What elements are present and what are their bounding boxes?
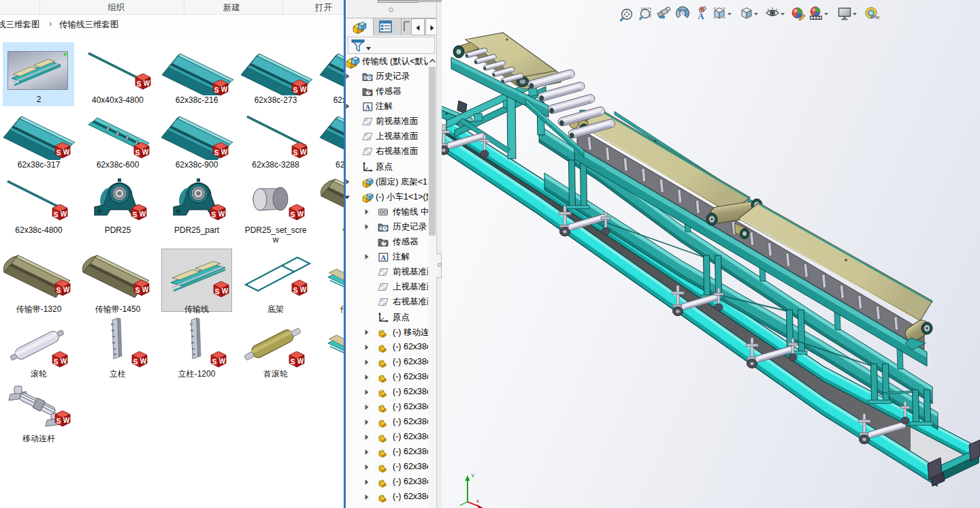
svg-text:A: A	[698, 11, 704, 21]
svg-text:Y: Y	[471, 473, 475, 479]
svg-text:x: x	[476, 498, 479, 504]
